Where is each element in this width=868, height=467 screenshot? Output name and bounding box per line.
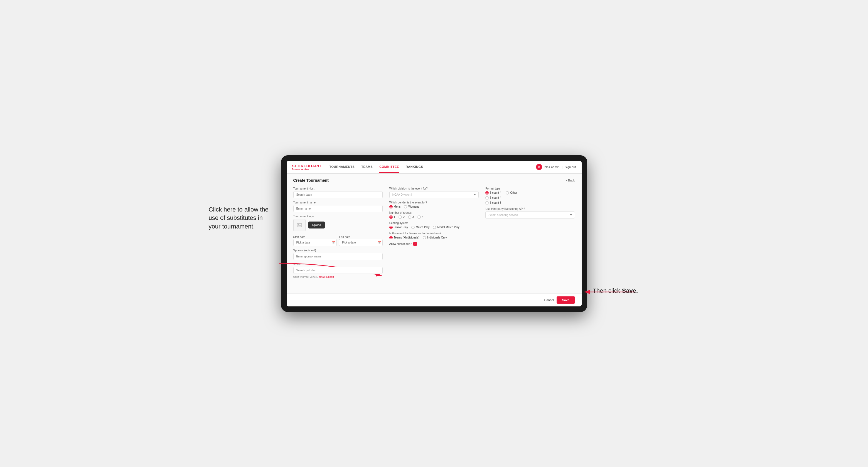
form-left-column: Tournament Host Tournament name Tourname… bbox=[293, 187, 383, 278]
allow-substitutes-checkbox[interactable] bbox=[413, 242, 417, 246]
format-6count5-radio[interactable] bbox=[485, 201, 489, 205]
scoring-service-field: Use third-party live scoring API? Select… bbox=[485, 207, 575, 218]
rounds-1-radio[interactable] bbox=[389, 215, 393, 219]
gender-womens-radio[interactable] bbox=[404, 205, 407, 209]
logo-upload-row: Upload bbox=[293, 219, 383, 231]
rounds-3-radio[interactable] bbox=[408, 215, 411, 219]
logo-area: SCOREBOARD Powered by clippd bbox=[292, 164, 321, 170]
form-middle-column: Which division is the event for? NCAA Di… bbox=[389, 187, 479, 278]
nav-teams[interactable]: TEAMS bbox=[361, 161, 373, 173]
cancel-button[interactable]: Cancel bbox=[544, 298, 554, 302]
nav-links: TOURNAMENTS TEAMS COMMITTEE RANKINGS bbox=[329, 161, 536, 173]
scoring-service-select[interactable]: Select a scoring service bbox=[485, 212, 575, 218]
rounds-2[interactable]: 2 bbox=[399, 215, 405, 219]
calendar-icon-start: 📅 bbox=[332, 241, 335, 244]
scoring-stroke-radio[interactable] bbox=[389, 226, 393, 229]
end-date-wrap: 📅 bbox=[339, 239, 383, 246]
nav-tournaments[interactable]: TOURNAMENTS bbox=[329, 161, 354, 173]
gender-womens[interactable]: Womens bbox=[404, 205, 419, 209]
tournament-name-label: Tournament name bbox=[293, 201, 383, 204]
event-individuals[interactable]: Individuals Only bbox=[423, 236, 447, 239]
start-date-label: Start date bbox=[293, 236, 305, 239]
tablet-device: SCOREBOARD Powered by clippd TOURNAMENTS… bbox=[281, 155, 587, 312]
tournament-logo-field: Tournament logo Upload bbox=[293, 215, 383, 231]
end-date-input[interactable] bbox=[339, 239, 383, 246]
rounds-radio-group: 1 2 3 bbox=[389, 215, 479, 219]
rounds-field: Number of rounds 1 2 bbox=[389, 211, 479, 219]
allow-substitutes-label: Allow substitutes? bbox=[389, 242, 412, 246]
nav-username: blair admin bbox=[544, 165, 559, 169]
scoring-match[interactable]: Match Play bbox=[411, 226, 429, 229]
division-select[interactable]: NCAA Division I bbox=[389, 191, 479, 198]
format-other-radio[interactable] bbox=[506, 191, 509, 194]
gender-mens[interactable]: Mens bbox=[389, 205, 400, 209]
format-6count5[interactable]: 6 count 5 bbox=[485, 201, 501, 205]
venue-field: Venue Can't find your venue? email suppo… bbox=[293, 263, 383, 278]
event-type-label: Is this event for Teams and/or Individua… bbox=[389, 232, 479, 235]
format-5count4-radio[interactable] bbox=[485, 191, 489, 194]
svg-point-3 bbox=[298, 224, 299, 225]
logo-placeholder bbox=[293, 219, 306, 231]
format-row-3: 6 count 5 bbox=[485, 201, 575, 205]
event-individuals-radio[interactable] bbox=[423, 236, 426, 239]
dates-field: Start date 📅 End date bbox=[293, 234, 383, 246]
rounds-4-radio[interactable] bbox=[417, 215, 421, 219]
upload-button[interactable]: Upload bbox=[308, 221, 325, 228]
rounds-label: Number of rounds bbox=[389, 211, 479, 214]
event-type-field: Is this event for Teams and/or Individua… bbox=[389, 232, 479, 239]
format-other[interactable]: Other bbox=[506, 191, 517, 194]
nav-separator: | bbox=[562, 165, 562, 169]
scoring-radio-group: Stroke Play Match Play Medal Match Play bbox=[389, 226, 479, 229]
nav-committee[interactable]: COMMITTEE bbox=[379, 161, 399, 173]
format-type-options: 5 count 4 Other bbox=[485, 191, 575, 205]
page-header: Create Tournament Back bbox=[293, 178, 575, 183]
annotation-right: Then click Save. bbox=[593, 287, 643, 295]
scoring-system-field: Scoring system Stroke Play Match Play bbox=[389, 221, 479, 229]
back-link[interactable]: Back bbox=[566, 179, 575, 182]
gender-label: Which gender is the event for? bbox=[389, 201, 479, 204]
allow-substitutes-field: Allow substitutes? bbox=[389, 242, 479, 246]
nav-rankings[interactable]: RANKINGS bbox=[406, 161, 423, 173]
division-label: Which division is the event for? bbox=[389, 187, 479, 190]
scoring-select-wrap: Select a scoring service bbox=[485, 212, 575, 218]
nav-user-area: B blair admin | Sign out bbox=[536, 164, 576, 170]
sponsor-field: Sponsor (optional) bbox=[293, 249, 383, 260]
end-date-field: End date 📅 bbox=[339, 234, 383, 246]
venue-input[interactable] bbox=[293, 267, 383, 274]
calendar-icon-end: 📅 bbox=[378, 241, 381, 244]
scoring-medal-match[interactable]: Medal Match Play bbox=[433, 226, 459, 229]
form-right-column: Format type 5 count 4 Other bbox=[485, 187, 575, 278]
division-field: Which division is the event for? NCAA Di… bbox=[389, 187, 479, 198]
venue-help: Can't find your venue? email support bbox=[293, 276, 383, 278]
format-6count4-radio[interactable] bbox=[485, 196, 489, 199]
page-footer: Cancel Save bbox=[287, 293, 582, 306]
email-support-link[interactable]: email support bbox=[319, 276, 334, 278]
tournament-host-label: Tournament Host bbox=[293, 187, 383, 190]
event-teams[interactable]: Teams (+Individuals) bbox=[389, 236, 420, 239]
rounds-1[interactable]: 1 bbox=[389, 215, 396, 219]
logo-scoreboard: SCOREBOARD bbox=[292, 164, 321, 168]
rounds-2-radio[interactable] bbox=[399, 215, 402, 219]
scoring-stroke[interactable]: Stroke Play bbox=[389, 226, 408, 229]
sign-out-link[interactable]: Sign out bbox=[565, 165, 576, 169]
gender-mens-radio[interactable] bbox=[389, 205, 393, 209]
scoring-match-radio[interactable] bbox=[411, 226, 415, 229]
event-teams-radio[interactable] bbox=[389, 236, 393, 239]
format-type-field: Format type 5 count 4 Other bbox=[485, 187, 575, 205]
tablet-screen: SCOREBOARD Powered by clippd TOURNAMENTS… bbox=[287, 161, 582, 306]
image-icon bbox=[297, 222, 302, 228]
tournament-host-input[interactable] bbox=[293, 191, 383, 198]
format-6count4[interactable]: 6 count 4 bbox=[485, 196, 501, 199]
nav-bar: SCOREBOARD Powered by clippd TOURNAMENTS… bbox=[287, 161, 582, 174]
scoring-medal-radio[interactable] bbox=[433, 226, 436, 229]
start-date-field: Start date 📅 bbox=[293, 234, 337, 246]
rounds-3[interactable]: 3 bbox=[408, 215, 414, 219]
tournament-name-input[interactable] bbox=[293, 205, 383, 212]
start-date-input[interactable] bbox=[293, 239, 337, 246]
format-5count4[interactable]: 5 count 4 bbox=[485, 191, 501, 194]
save-button[interactable]: Save bbox=[557, 297, 575, 304]
page-content: Create Tournament Back Tournament Host bbox=[287, 174, 582, 293]
tournament-host-field: Tournament Host bbox=[293, 187, 383, 198]
sponsor-input[interactable] bbox=[293, 253, 383, 260]
rounds-4[interactable]: 4 bbox=[417, 215, 424, 219]
